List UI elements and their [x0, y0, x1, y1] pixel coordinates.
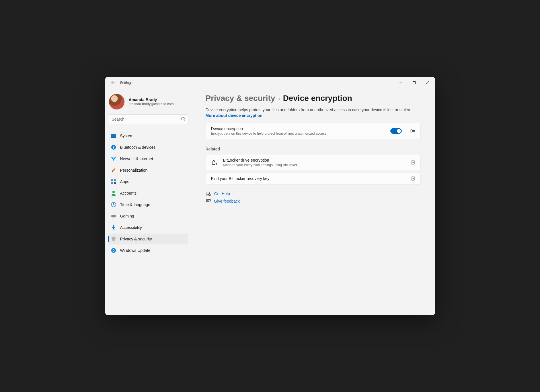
sidebar-item-label: Accounts [120, 191, 137, 195]
user-name: Amanda Brady [129, 97, 174, 102]
svg-rect-8 [111, 182, 113, 184]
bluetooth-icon [111, 145, 116, 150]
svg-point-10 [112, 191, 115, 193]
svg-rect-7 [114, 179, 116, 181]
sidebar-item-windows-update[interactable]: Windows Update [108, 245, 188, 256]
learn-more-link[interactable]: More about device encryption [206, 113, 262, 118]
svg-rect-12 [111, 215, 116, 217]
give-feedback-link[interactable]: Give feedback [206, 199, 421, 203]
wifi-icon [111, 156, 116, 161]
window-title: Settings [120, 81, 132, 85]
svg-point-14 [114, 216, 115, 216]
open-external-icon [411, 176, 415, 181]
back-button[interactable] [109, 81, 117, 85]
page-description: Device encryption helps protect your fil… [206, 107, 421, 119]
device-encryption-card: Device encryption Encrypt data on this d… [206, 123, 421, 139]
svg-point-5 [113, 160, 114, 161]
sidebar-item-time-language[interactable]: Time & language [108, 199, 188, 210]
sidebar-item-label: Network & internet [120, 156, 153, 161]
update-icon [111, 248, 116, 253]
lock-drive-icon [211, 160, 218, 165]
profile-block[interactable]: Amanda Brady amanda.brady@contoso.com [108, 91, 188, 114]
person-icon [111, 191, 116, 196]
user-email: amanda.brady@contoso.com [129, 102, 174, 106]
sidebar-item-personalization[interactable]: Personalization [108, 165, 188, 176]
minimize-button[interactable] [394, 77, 408, 89]
card-subtitle: Encrypt data on this device to help prot… [211, 132, 385, 136]
svg-rect-0 [413, 82, 415, 84]
system-icon [111, 133, 116, 138]
search-box [108, 114, 188, 124]
paintbrush-icon [111, 168, 116, 173]
related-heading: Related [206, 147, 421, 151]
sidebar-item-label: Bluetooth & devices [120, 145, 156, 150]
close-icon [426, 81, 429, 84]
sidebar-item-label: System [120, 134, 134, 138]
svg-rect-17 [212, 162, 215, 164]
gamepad-icon [111, 213, 116, 219]
search-input[interactable] [108, 114, 188, 124]
sidebar-item-accounts[interactable]: Accounts [108, 188, 188, 199]
nav-list: System Bluetooth & devices Network & int… [108, 130, 188, 256]
encryption-toggle[interactable] [390, 128, 402, 134]
minimize-icon [399, 81, 402, 84]
open-external-icon [411, 160, 415, 165]
feedback-icon [206, 199, 211, 203]
maximize-icon [413, 81, 416, 84]
find-recovery-key-card[interactable]: Find your BitLocker recovery key [206, 173, 421, 185]
sidebar-item-label: Accessibility [120, 225, 142, 230]
apps-icon [111, 179, 116, 184]
sidebar: Amanda Brady amanda.brady@contoso.com Sy… [105, 89, 191, 315]
shield-icon [111, 236, 116, 242]
get-help-link[interactable]: Get Help [206, 191, 421, 196]
card-subtitle: Manage your encryption settings using Bi… [223, 163, 406, 167]
card-title: Device encryption [211, 126, 385, 131]
card-title: BitLocker drive encryption [223, 158, 406, 162]
card-title: Find your BitLocker recovery key [211, 176, 406, 181]
sidebar-item-label: Time & language [120, 202, 150, 207]
settings-window: Settings Amanda Brady amanda.brady@conto… [105, 77, 435, 315]
sidebar-item-accessibility[interactable]: Accessibility [108, 222, 188, 233]
svg-point-21 [206, 199, 207, 201]
svg-point-15 [113, 225, 114, 227]
sidebar-item-system[interactable]: System [108, 130, 188, 141]
sidebar-item-privacy-security[interactable]: Privacy & security [108, 234, 188, 244]
accessibility-icon [111, 225, 116, 230]
breadcrumb: Privacy & security › Device encryption [206, 94, 421, 103]
search-icon [181, 117, 186, 121]
svg-rect-3 [111, 137, 116, 138]
sidebar-item-label: Apps [120, 179, 129, 184]
toggle-state-label: On [410, 129, 415, 133]
sidebar-item-apps[interactable]: Apps [108, 176, 188, 187]
close-button[interactable] [421, 77, 434, 89]
help-links: Get Help Give feedback [206, 191, 421, 203]
svg-point-16 [111, 248, 116, 253]
clock-globe-icon [111, 202, 116, 207]
chevron-right-icon: › [278, 95, 280, 103]
help-icon [206, 191, 211, 196]
page-title: Device encryption [283, 94, 352, 103]
sidebar-item-label: Personalization [120, 168, 148, 173]
svg-rect-9 [114, 182, 116, 184]
svg-point-13 [112, 216, 113, 216]
avatar [109, 94, 125, 110]
svg-point-1 [182, 117, 184, 120]
sidebar-item-label: Privacy & security [120, 237, 152, 241]
sidebar-item-network[interactable]: Network & internet [108, 153, 188, 164]
bitlocker-drive-encryption-card[interactable]: BitLocker drive encryption Manage your e… [206, 154, 421, 171]
sidebar-item-label: Windows Update [120, 248, 151, 253]
titlebar: Settings [105, 77, 435, 89]
main-content: Privacy & security › Device encryption D… [191, 89, 435, 315]
maximize-button[interactable] [408, 77, 421, 89]
breadcrumb-parent[interactable]: Privacy & security [206, 94, 275, 103]
sidebar-item-gaming[interactable]: Gaming [108, 211, 188, 222]
svg-rect-6 [111, 179, 113, 181]
svg-rect-2 [111, 134, 116, 137]
svg-rect-22 [208, 199, 210, 201]
arrow-left-icon [111, 81, 115, 85]
sidebar-item-label: Gaming [120, 214, 134, 218]
sidebar-item-bluetooth[interactable]: Bluetooth & devices [108, 142, 188, 153]
